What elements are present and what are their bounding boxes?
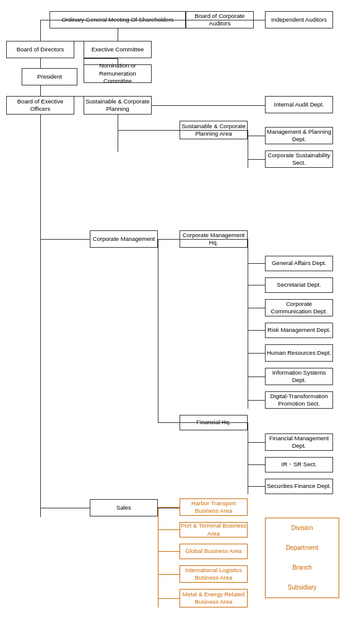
- ir-sr-box: IR・SR Sect.: [265, 457, 333, 472]
- securities-finance-box: Securities Finance Dept.: [265, 479, 333, 494]
- mgmt-planning-box: Management & Planning Dept.: [265, 127, 333, 144]
- corp-sustainability-box: Corporate Sustainability Sect.: [265, 150, 333, 168]
- independent-auditors-box: Independent Auditors: [265, 11, 333, 28]
- international-logistics-box: International Logistics Business Area: [180, 565, 248, 583]
- internal-audit-box: Internal Audit Dept.: [265, 96, 333, 113]
- secretariat-box: Secretariat Dept.: [265, 277, 333, 293]
- legend-subsidiary-label: Subsidiary: [266, 584, 339, 591]
- nomination-box: Nomination or Remuneration Committee: [84, 64, 152, 83]
- executive-committee-box: Exective Committee: [84, 41, 152, 58]
- legend-division-label: Division: [266, 524, 339, 531]
- risk-management-box: Risk Management Dept.: [265, 323, 333, 338]
- corp-communication-box: Corporate Communication Dept.: [265, 299, 333, 316]
- legend-department-label: Department: [266, 544, 339, 551]
- digital-transformation-box: Digital-Transformation Promotion Sect.: [265, 391, 333, 409]
- sales-box: Sales: [90, 499, 158, 516]
- sustainable-corp-planning-box: Sustainable & Corporate Planning: [84, 96, 152, 115]
- financial-mgmt-box: Financial Management Dept.: [265, 433, 333, 451]
- general-affairs-box: General Affairs Dept.: [265, 256, 333, 271]
- board-directors-box: Board of Directors: [6, 41, 74, 58]
- harbor-transport-box: Harbor Transport Business Area: [180, 498, 248, 516]
- metal-energy-box: Metal & Energy Related Business Area: [180, 589, 248, 607]
- org-chart: Ordinary General Meeting Of Shareholders…: [0, 0, 351, 644]
- port-terminal-box: Port & Terminal Business Area: [180, 522, 248, 537]
- president-box: President: [22, 68, 77, 85]
- information-systems-box: Information Systems Dept.: [265, 368, 333, 385]
- legend-branch-label: Branch: [266, 564, 339, 571]
- board-executive-officers-box: Board of Exective Officers: [6, 96, 74, 115]
- human-resources-box: Human Resources Dept.: [265, 344, 333, 362]
- global-business-box: Global Business Area: [180, 544, 248, 559]
- corporate-management-box: Corporate Management: [90, 230, 158, 248]
